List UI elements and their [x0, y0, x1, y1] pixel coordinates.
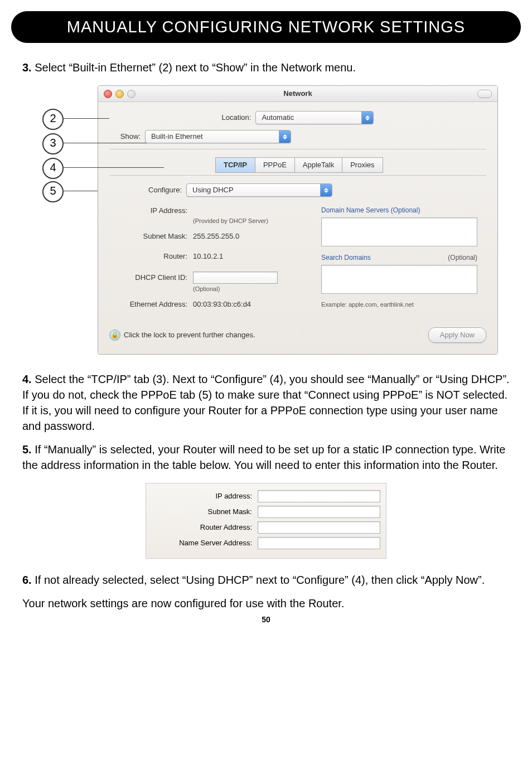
tabs: TCP/IP PPPoE AppleTalk Proxies	[215, 157, 486, 173]
ethernet-address-value: 00:03:93:0b:c6:d4	[193, 299, 251, 309]
chevron-updown-icon	[320, 184, 332, 196]
tab-pppoe[interactable]: PPPoE	[255, 157, 295, 173]
search-domains-textarea[interactable]	[321, 265, 477, 294]
location-select[interactable]: Automatic	[255, 111, 374, 124]
closing-text: Your network settings are now configured…	[22, 596, 510, 611]
dns-textarea[interactable]	[321, 217, 477, 246]
dhcp-client-label: DHCP Client ID:	[109, 273, 193, 283]
name-server-label: Name Server Address:	[152, 538, 258, 548]
lock-text: Click the lock to prevent further change…	[124, 330, 255, 340]
callout-5: 5	[42, 181, 64, 202]
search-domains-heading: Search Domains	[321, 253, 371, 263]
traffic-lights	[104, 90, 136, 98]
dhcp-client-input[interactable]	[193, 272, 278, 284]
address-table: IP address: Subnet Mask: Router Address:…	[146, 483, 386, 559]
table-row: Name Server Address:	[152, 537, 380, 549]
step-3-number: 3.	[22, 61, 32, 74]
window-titlebar: Network	[98, 86, 497, 102]
configure-label: Configure:	[109, 185, 186, 195]
table-row: Router Address:	[152, 521, 380, 534]
step-4-number: 4.	[22, 373, 32, 385]
callout-2: 2	[42, 109, 64, 130]
table-row: IP address:	[152, 490, 380, 502]
divider	[109, 149, 486, 149]
tab-tcpip[interactable]: TCP/IP	[215, 157, 255, 173]
step-5-number: 5.	[22, 443, 32, 456]
location-value: Automatic	[256, 113, 299, 123]
configure-select[interactable]: Using DHCP	[186, 183, 332, 197]
table-row: Subnet Mask:	[152, 506, 380, 518]
subnet-mask-label: Subnet Mask:	[152, 507, 258, 517]
ip-address-label: IP Address:	[109, 206, 193, 216]
callout-4-line	[62, 167, 164, 168]
network-screenshot: 2 3 4 5 Network Location: Auto	[22, 85, 510, 355]
ethernet-address-label: Ethernet Address:	[109, 299, 193, 309]
chevron-updown-icon	[279, 130, 291, 143]
dns-heading: Domain Name Servers (Optional)	[321, 206, 477, 215]
lock-icon[interactable]: 🔒	[109, 330, 120, 341]
ip-address-sub: (Provided by DHCP Server)	[193, 217, 310, 225]
show-label: Show:	[109, 132, 145, 142]
ip-address-input[interactable]	[258, 490, 380, 502]
show-value: Built-in Ethernet	[146, 132, 209, 142]
dhcp-client-sub: (Optional)	[193, 285, 310, 293]
chevron-updown-icon	[361, 112, 373, 124]
divider	[109, 175, 486, 176]
window-title-text: Network	[283, 89, 312, 98]
router-value: 10.10.2.1	[193, 251, 223, 262]
callout-4: 4	[42, 158, 64, 179]
location-label: Location:	[222, 113, 256, 123]
step-3: 3. Select “Built-in Ethernet” (2) next t…	[22, 60, 510, 75]
step-5: 5. If “Manually” is selected, your Route…	[22, 442, 510, 473]
minimize-icon[interactable]	[115, 90, 124, 98]
show-select[interactable]: Built-in Ethernet	[145, 130, 291, 143]
router-address-label: Router Address:	[152, 522, 258, 533]
subnet-mask-label: Subnet Mask:	[109, 231, 193, 241]
step-6-number: 6.	[22, 574, 32, 586]
name-server-input[interactable]	[258, 537, 380, 549]
page-header: MANUALLY CONFIGURING NETWORK SETTINGS	[11, 11, 521, 43]
callout-5-line	[62, 191, 98, 191]
callout-3: 3	[42, 133, 64, 154]
step-6: 6. If not already selected, select “Usin…	[22, 572, 510, 588]
toolbar-toggle-icon[interactable]	[477, 90, 492, 98]
callout-2-line	[62, 118, 109, 119]
step-5-text: If “Manually” is selected, your Router w…	[22, 443, 505, 471]
search-domains-optional: (Optional)	[448, 253, 477, 263]
page-number: 50	[22, 614, 510, 626]
step-3-text: Select “Built-in Ethernet” (2) next to “…	[35, 61, 356, 74]
step-4-text: Select the “TCP/IP” tab (3). Next to “Co…	[22, 373, 510, 432]
subnet-mask-input[interactable]	[258, 506, 380, 518]
close-icon[interactable]	[104, 90, 112, 98]
subnet-mask-value: 255.255.255.0	[193, 231, 239, 241]
apply-now-button[interactable]: Apply Now	[428, 327, 486, 343]
step-6-text: If not already selected, select “Using D…	[35, 574, 485, 586]
zoom-icon[interactable]	[127, 90, 136, 98]
network-pref-window: Network Location: Automatic Show: Built-…	[98, 85, 498, 355]
step-4: 4. Select the “TCP/IP” tab (3). Next to …	[22, 371, 510, 434]
configure-value: Using DHCP	[187, 185, 239, 195]
tab-proxies[interactable]: Proxies	[342, 157, 383, 173]
search-domains-example: Example: apple.com, earthlink.net	[321, 301, 477, 309]
router-address-input[interactable]	[258, 521, 380, 534]
router-label: Router:	[109, 251, 193, 262]
ip-address-label: IP address:	[152, 491, 258, 501]
tab-appletalk[interactable]: AppleTalk	[294, 157, 342, 173]
